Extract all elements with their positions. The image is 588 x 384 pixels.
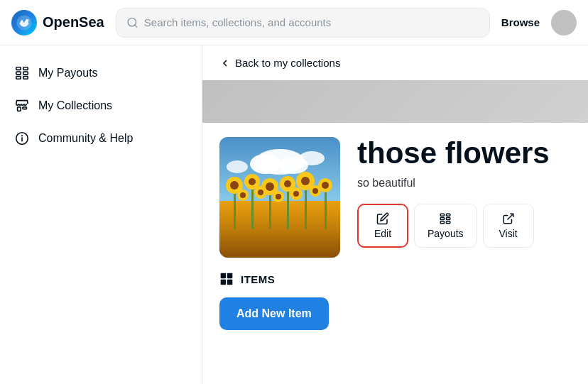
svg-rect-4 [23,67,28,70]
svg-rect-50 [441,214,445,216]
svg-point-37 [301,177,310,185]
svg-point-19 [299,151,325,165]
svg-point-29 [230,181,239,190]
payouts-button[interactable]: Payouts [414,204,477,248]
visit-button[interactable]: Visit [483,204,534,248]
search-input[interactable] [144,16,479,28]
svg-rect-25 [287,185,289,229]
collection-image [219,137,340,258]
collection-details: those flowers so beautiful Edit [357,137,571,248]
visit-label: Visit [499,228,517,239]
sidebar-item-label: Community & Help [38,132,133,145]
svg-rect-52 [441,221,445,224]
svg-rect-57 [221,273,227,279]
collection-image-svg [219,137,340,258]
svg-point-33 [266,182,274,191]
svg-point-41 [240,192,246,198]
grid-icon [14,65,30,81]
svg-line-56 [507,214,513,219]
action-buttons: Edit Payouts [357,204,571,248]
store-icon [14,98,30,114]
svg-rect-23 [251,183,254,229]
svg-point-47 [293,191,299,197]
pencil-icon [376,212,389,225]
svg-point-2 [128,18,136,26]
info-icon [14,131,30,146]
svg-rect-10 [23,107,26,109]
svg-point-1 [26,18,29,21]
svg-point-17 [250,154,281,174]
logo-text: OpenSea [43,14,104,31]
svg-rect-60 [227,280,233,285]
items-section: ITEMS Add New Item [202,272,588,347]
sidebar: My Payouts My Collections Community & He… [0,45,202,384]
items-header: ITEMS [219,272,571,286]
payouts-label: Payouts [428,228,464,239]
edit-label: Edit [374,228,391,239]
svg-point-35 [284,180,291,187]
svg-point-31 [249,178,256,185]
back-to-collections-link[interactable]: Back to my collections [202,45,588,80]
svg-rect-8 [23,77,28,79]
grid-items-icon [219,272,234,286]
search-icon [126,16,138,29]
svg-rect-55 [447,221,450,224]
sidebar-item-my-collections[interactable]: My Collections [0,89,202,122]
svg-point-49 [312,188,318,194]
sidebar-item-label: My Collections [38,99,112,112]
svg-rect-59 [221,280,227,285]
add-new-item-button[interactable]: Add New Item [219,297,329,330]
search-bar[interactable] [116,8,490,38]
payouts-icon [439,212,452,225]
collection-info: those flowers so beautiful Edit [202,123,588,272]
page-wrapper: My Payouts My Collections Community & He… [0,0,588,384]
items-label: ITEMS [241,273,275,285]
svg-rect-53 [447,214,450,216]
svg-rect-54 [447,218,450,220]
svg-point-39 [322,182,329,189]
svg-rect-3 [16,67,21,70]
browse-button[interactable]: Browse [501,16,540,28]
svg-point-43 [258,190,263,195]
chevron-left-icon [219,57,231,69]
svg-rect-6 [23,72,28,75]
logo-icon [11,10,37,35]
edit-button[interactable]: Edit [357,204,408,248]
avatar[interactable] [551,10,577,35]
visit-icon [502,212,515,225]
svg-rect-5 [16,72,21,75]
svg-rect-58 [227,273,233,279]
logo-area[interactable]: OpenSea [11,10,104,35]
collection-description: so beautiful [357,177,571,190]
svg-point-20 [227,160,248,173]
svg-rect-27 [325,187,327,229]
collection-banner [202,80,588,123]
back-link-text: Back to my collections [235,57,340,69]
app-header: OpenSea Browse [0,0,588,45]
svg-rect-51 [441,218,445,220]
sidebar-item-label: My Payouts [38,67,98,79]
svg-rect-7 [16,77,21,79]
header-nav: Browse [501,10,577,35]
main-content: Back to my collections [202,45,588,384]
svg-rect-9 [18,107,21,111]
svg-point-45 [276,194,281,199]
svg-rect-21 [219,201,340,258]
sidebar-item-community-help[interactable]: Community & Help [0,122,202,155]
sidebar-item-my-payouts[interactable]: My Payouts [0,57,202,89]
collection-title: those flowers [357,137,571,170]
